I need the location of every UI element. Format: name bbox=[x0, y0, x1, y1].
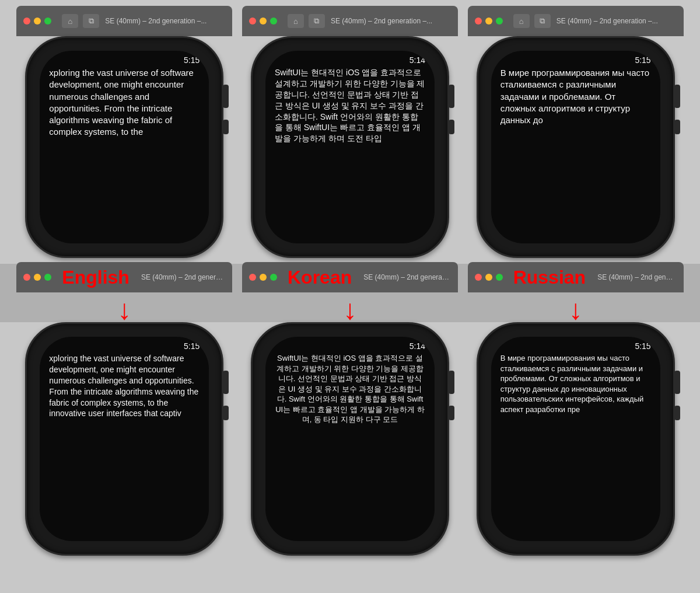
watch-text-korean-top: SwiftUI는 현대적인 iOS 앱을 효과적으로 설계하고 개발하기 위한 … bbox=[265, 65, 435, 243]
status-bar-korean: 5:14 bbox=[265, 51, 435, 65]
title-bar-russian-top: ⌂ ⧉ SE (40mm) – 2nd generation –... bbox=[468, 6, 684, 36]
home-icon[interactable]: ⌂ bbox=[62, 14, 78, 28]
minimize-button[interactable] bbox=[34, 274, 41, 281]
traffic-lights-korean bbox=[249, 18, 277, 25]
russian-label: Russian bbox=[513, 267, 586, 288]
toolbar-icons-korean: ⌂ ⧉ bbox=[288, 14, 325, 28]
close-button[interactable] bbox=[249, 18, 256, 25]
simulator-korean-top: ⌂ ⧉ SE (40mm) – 2nd generation –... 5:14… bbox=[242, 6, 458, 258]
camera-icon[interactable]: ⧉ bbox=[83, 14, 99, 28]
english-label: English bbox=[62, 267, 130, 288]
simulator-russian-bottom: 5:15 В мире программирования мы часто ст… bbox=[468, 322, 684, 556]
title-bar-english-top: ⌂ ⧉ SE (40mm) – 2nd generation –... bbox=[16, 6, 232, 36]
middle-section: English SE (40mm) – 2nd generation –... … bbox=[0, 264, 700, 322]
watch-body-english-bottom: 5:15 xploring the vast universe of softw… bbox=[25, 322, 223, 556]
toolbar-icons: ⌂ ⧉ bbox=[62, 14, 99, 28]
status-bar-english-b: 5:15 bbox=[40, 337, 209, 351]
simulator-russian-top: ⌂ ⧉ SE (40mm) – 2nd generation –... 5:15… bbox=[468, 6, 684, 258]
time-display-russian: 5:15 bbox=[635, 55, 650, 65]
maximize-button[interactable] bbox=[496, 18, 503, 25]
watch-screen-russian-top: 5:15 В мире программирования мы часто ст… bbox=[491, 51, 660, 243]
time-display-korean-b: 5:14 bbox=[410, 341, 425, 351]
title-bar-korean-top: ⌂ ⧉ SE (40mm) – 2nd generation –... bbox=[242, 6, 458, 36]
middle-column-english: English SE (40mm) – 2nd generation –... … bbox=[16, 262, 232, 324]
arrow-down-korean: ↓ bbox=[343, 296, 357, 324]
watch-body-english-top: 5:15 xploring the vast universe of softw… bbox=[25, 36, 223, 258]
maximize-button[interactable] bbox=[270, 18, 277, 25]
time-display-korean: 5:14 bbox=[410, 55, 425, 65]
time-display-russian-b: 5:15 bbox=[635, 341, 650, 351]
bottom-row: 5:15 xploring the vast universe of softw… bbox=[0, 322, 700, 561]
watch-body-russian-top: 5:15 В мире программирования мы часто ст… bbox=[477, 36, 675, 258]
arrow-down-russian: ↓ bbox=[569, 296, 583, 324]
watch-screen-english-bottom: 5:15 xploring the vast universe of softw… bbox=[40, 337, 209, 541]
time-display: 5:15 bbox=[184, 55, 200, 65]
watch-text-korean-bottom: SwiftUI는 현대적인 iOS 앱을 효과적으로 설계하고 개발하기 위한 … bbox=[265, 351, 435, 541]
camera-icon[interactable]: ⧉ bbox=[534, 14, 551, 28]
watch-text-russian-bottom: В мире программирования мы часто сталкив… bbox=[491, 351, 660, 541]
traffic-lights-russian bbox=[475, 18, 503, 25]
maximize-button[interactable] bbox=[270, 274, 277, 281]
watch-text-english-bottom: xploring the vast universe of software d… bbox=[40, 351, 209, 541]
watch-body-korean-bottom: 5:14 SwiftUI는 현대적인 iOS 앱을 효과적으로 설계하고 개발하… bbox=[251, 322, 449, 556]
title-bar-english-bottom-header: English SE (40mm) – 2nd generation –... bbox=[16, 262, 232, 292]
window-title-r2: SE (40mm) – 2nd generation –... bbox=[597, 273, 677, 281]
window-title: SE (40mm) – 2nd generation –... bbox=[105, 17, 225, 25]
window-title-korean: SE (40mm) – 2nd generation –... bbox=[331, 17, 451, 25]
watch-screen-russian-bottom: 5:15 В мире программирования мы часто ст… bbox=[491, 337, 660, 541]
watch-text-russian-top: В мире программирования мы часто сталкив… bbox=[491, 65, 660, 243]
traffic-lights-k2 bbox=[249, 274, 277, 281]
watch-text-english-top: xploring the vast universe of software d… bbox=[40, 65, 209, 243]
simulator-korean-bottom: 5:14 SwiftUI는 현대적인 iOS 앱을 효과적으로 설계하고 개발하… bbox=[242, 322, 458, 556]
status-bar-russian: 5:15 bbox=[491, 51, 660, 65]
arrow-down-english: ↓ bbox=[117, 296, 131, 324]
watch-screen-english-top: 5:15 xploring the vast universe of softw… bbox=[40, 51, 209, 243]
home-icon[interactable]: ⌂ bbox=[288, 14, 304, 28]
window-title-e2: SE (40mm) – 2nd generation –... bbox=[141, 273, 225, 281]
home-icon[interactable]: ⌂ bbox=[513, 14, 530, 28]
camera-icon[interactable]: ⧉ bbox=[309, 14, 325, 28]
maximize-button[interactable] bbox=[496, 274, 503, 281]
minimize-button[interactable] bbox=[485, 18, 492, 25]
top-row: ⌂ ⧉ SE (40mm) – 2nd generation –... 5:15… bbox=[0, 0, 700, 264]
toolbar-icons-russian: ⌂ ⧉ bbox=[513, 14, 551, 28]
minimize-button[interactable] bbox=[260, 274, 267, 281]
minimize-button[interactable] bbox=[260, 18, 267, 25]
close-button[interactable] bbox=[475, 274, 482, 281]
minimize-button[interactable] bbox=[34, 18, 41, 25]
watch-screen-korean-top: 5:14 SwiftUI는 현대적인 iOS 앱을 효과적으로 설계하고 개발하… bbox=[265, 51, 435, 243]
traffic-lights-r2 bbox=[475, 274, 503, 281]
status-bar: 5:15 bbox=[40, 51, 209, 65]
window-title-russian: SE (40mm) – 2nd generation –... bbox=[556, 17, 677, 25]
maximize-button[interactable] bbox=[44, 274, 51, 281]
time-display-english-b: 5:15 bbox=[184, 341, 200, 351]
minimize-button[interactable] bbox=[485, 274, 492, 281]
middle-column-russian: Russian SE (40mm) – 2nd generation –... … bbox=[468, 262, 684, 324]
status-bar-russian-b: 5:15 bbox=[491, 337, 660, 351]
close-button[interactable] bbox=[249, 274, 256, 281]
watch-body-korean-top: 5:14 SwiftUI는 현대적인 iOS 앱을 효과적으로 설계하고 개발하… bbox=[251, 36, 449, 258]
traffic-lights bbox=[23, 18, 51, 25]
close-button[interactable] bbox=[23, 18, 30, 25]
watch-body-russian-bottom: 5:15 В мире программирования мы часто ст… bbox=[477, 322, 675, 556]
title-bar-russian-bottom-header: Russian SE (40mm) – 2nd generation –... bbox=[468, 262, 684, 292]
traffic-lights-e2 bbox=[23, 274, 51, 281]
simulator-english-bottom: 5:15 xploring the vast universe of softw… bbox=[16, 322, 232, 556]
watch-screen-korean-bottom: 5:14 SwiftUI는 현대적인 iOS 앱을 효과적으로 설계하고 개발하… bbox=[265, 337, 435, 541]
simulator-english-top: ⌂ ⧉ SE (40mm) – 2nd generation –... 5:15… bbox=[16, 6, 232, 258]
maximize-button[interactable] bbox=[44, 18, 51, 25]
close-button[interactable] bbox=[23, 274, 30, 281]
status-bar-korean-b: 5:14 bbox=[265, 337, 435, 351]
korean-label: Korean bbox=[288, 267, 352, 288]
title-bar-korean-bottom-header: Korean SE (40mm) – 2nd generation –... bbox=[242, 262, 458, 292]
middle-column-korean: Korean SE (40mm) – 2nd generation –... ↓ bbox=[242, 262, 458, 324]
close-button[interactable] bbox=[475, 18, 482, 25]
window-title-k2: SE (40mm) – 2nd generation –... bbox=[363, 273, 451, 281]
